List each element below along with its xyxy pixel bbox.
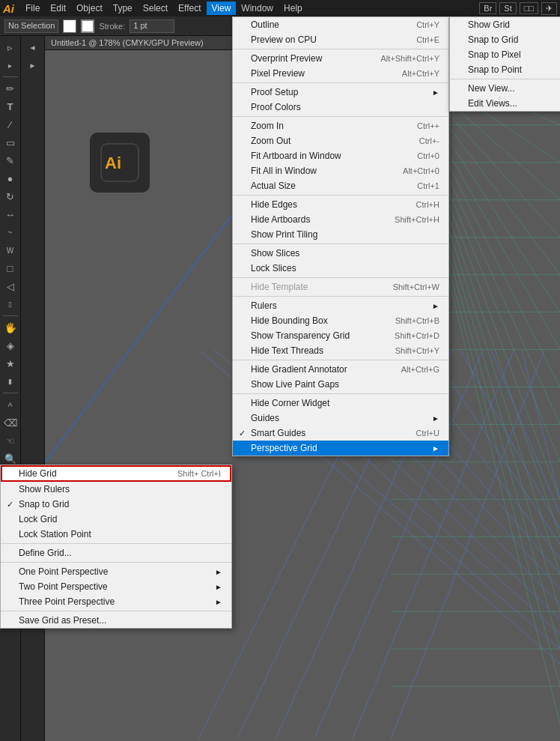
slice-tool[interactable]: ⌫ [2,414,19,431]
ps-snap-to-point-label: Snap to Point [468,64,522,75]
menu-select[interactable]: Select [138,1,173,15]
ls-one-point-perspective[interactable]: One Point Perspective ► [1,564,231,579]
ls-save-grid-preset-label: Save Grid as Preset... [19,615,106,626]
scale-tool[interactable]: ↔ [2,206,19,223]
ps-new-view[interactable]: New View... [450,81,560,96]
shape-builder-tool[interactable]: ◁ [2,278,19,294]
warp-tool[interactable]: ~ [2,224,19,241]
stroke-value[interactable]: 1 pt [130,19,174,33]
direct-selection-tool[interactable]: ▸ [2,57,19,73]
vm-outline[interactable]: Outline Ctrl+Y [233,17,448,32]
selection-dropdown[interactable]: No Selection [4,19,58,33]
menu-effect[interactable]: Effect [173,1,206,15]
free-transform-tool[interactable]: □ [2,260,19,276]
ls-lock-grid[interactable]: Lock Grid [1,512,231,527]
vm-perspective-grid-label: Perspective Grid [251,443,317,453]
vm-fit-all-shortcut: Alt+Ctrl+0 [388,166,439,175]
vm-show-print-tiling-label: Show Print Tiling [251,229,317,240]
symbol-sprayer-tool[interactable]: ★ [2,355,19,372]
vm-preview-cpu[interactable]: Preview on CPU Ctrl+E [233,32,448,47]
selection-tool[interactable]: ▹ [2,39,19,55]
vm-fit-all[interactable]: Fit All in Window Alt+Ctrl+0 [233,163,448,178]
send-btn[interactable]: ✈ [541,2,557,15]
vm-smart-guides[interactable]: ✓ Smart Guides Ctrl+U [233,426,448,441]
brush-tool[interactable]: ✎ [2,152,19,169]
menu-file[interactable]: File [20,1,45,15]
ps-snap-to-grid-shortcut: Shift+Ctrl+" [547,35,560,44]
menu-view[interactable]: View [207,1,237,15]
vm-perspective-grid[interactable]: Perspective Grid ► [233,441,448,456]
width-tool[interactable]: W [2,242,19,258]
tool2-2[interactable]: ► [25,57,41,73]
toolbar-separator-2 [3,315,18,316]
pen-tool[interactable]: ✏ [2,80,19,97]
menu-window[interactable]: Window [236,1,279,15]
vm-hide-text-threads-label: Hide Text Threads [251,345,323,356]
menu-edit[interactable]: Edit [45,1,71,15]
ls-three-point-perspective[interactable]: Three Point Perspective ► [1,594,231,609]
eyedropper-tool[interactable]: 🖐 [2,319,19,336]
vm-hide-template[interactable]: Hide Template Shift+Ctrl+W [233,279,448,294]
line-tool[interactable]: ∕ [2,116,19,133]
ls-hide-grid-shortcut: Shift+ Ctrl+I [162,469,221,478]
vm-hide-gradient-annotator[interactable]: Hide Gradient Annotator Alt+Ctrl+G [233,362,448,377]
ps-snap-to-pixel[interactable]: Snap to Pixel [450,47,560,62]
graph-tool[interactable]: ▮ [2,373,19,390]
fill-swatch[interactable] [63,19,76,33]
vm-show-slices[interactable]: Show Slices [233,246,448,261]
vm-proof-colors[interactable]: Proof Colors [233,100,448,115]
ps-snap-to-point[interactable]: Snap to Point Alt+Ctrl+" [450,62,560,77]
menu-help[interactable]: Help [279,1,308,15]
right-toolbar: ◄ ► [21,36,45,741]
vm-lock-slices[interactable]: Lock Slices [233,261,448,276]
vm-hide-text-threads[interactable]: Hide Text Threads Shift+Ctrl+Y [233,343,448,358]
vm-hide-bounding-box[interactable]: Hide Bounding Box Shift+Ctrl+B [233,313,448,328]
vm-show-live-paint-gaps[interactable]: Show Live Paint Gaps [233,377,448,392]
ls-three-point-perspective-label: Three Point Perspective [19,596,115,607]
vm-guides[interactable]: Guides ► [233,411,448,426]
ls-snap-to-grid[interactable]: ✓ Snap to Grid [1,497,231,512]
vm-hide-artboards[interactable]: Hide Artboards Shift+Ctrl+H [233,212,448,227]
vm-hide-edges-label: Hide Edges [251,199,297,210]
vm-actual-size[interactable]: Actual Size Ctrl+1 [233,178,448,193]
vm-pixel-preview[interactable]: Pixel Preview Alt+Ctrl+Y [233,66,448,81]
stock-btn[interactable]: St [499,2,516,14]
type-tool[interactable]: T [2,98,19,115]
blend-tool[interactable]: ◈ [2,337,19,354]
ls-two-point-perspective[interactable]: Two Point Perspective ► [1,579,231,594]
vm-sep-1 [233,49,448,49]
ls-hide-grid[interactable]: Hide Grid Shift+ Ctrl+I [1,465,231,482]
vm-proof-setup[interactable]: Proof Setup ► [233,85,448,100]
vm-show-print-tiling[interactable]: Show Print Tiling [233,227,448,242]
vm-zoom-in[interactable]: Zoom In Ctrl++ [233,118,448,133]
vm-fit-artboard[interactable]: Fit Artboard in Window Ctrl+0 [233,148,448,163]
menu-object[interactable]: Object [71,1,108,15]
blob-brush-tool[interactable]: ● [2,170,19,187]
perspective-tool[interactable]: ▯ [2,296,19,312]
vm-guides-arrow: ► [432,414,439,423]
ps-edit-views[interactable]: Edit Views... [450,96,560,111]
vm-preview-cpu-label: Preview on CPU [251,34,317,45]
rotate-tool[interactable]: ↻ [2,188,19,205]
ls-save-grid-preset[interactable]: Save Grid as Preset... [1,613,231,628]
ls-define-grid[interactable]: Define Grid... [1,545,231,560]
stroke-swatch[interactable] [81,19,94,33]
ps-show-grid[interactable]: Show Grid Ctrl+" [450,17,560,32]
hand-tool[interactable]: ☜ [2,432,19,449]
bridge-btn[interactable]: Br [479,2,496,14]
vm-hide-corner-widget[interactable]: Hide Corner Widget [233,396,448,411]
ps-snap-to-grid[interactable]: Snap to Grid Shift+Ctrl+" [450,32,560,47]
tool2-1[interactable]: ◄ [25,39,41,55]
cc-btn[interactable]: □□ [520,2,538,14]
ls-lock-station-point[interactable]: Lock Station Point [1,527,231,542]
rect-tool[interactable]: ▭ [2,134,19,151]
artboard-tool[interactable]: A [2,396,19,413]
vm-sep-9 [233,393,448,394]
ls-show-rulers[interactable]: Show Rulers [1,482,231,497]
vm-zoom-out[interactable]: Zoom Out Ctrl+- [233,133,448,148]
vm-hide-edges[interactable]: Hide Edges Ctrl+H [233,197,448,212]
vm-rulers[interactable]: Rulers ► [233,298,448,313]
menu-type[interactable]: Type [108,1,138,15]
vm-show-transparency-grid[interactable]: Show Transparency Grid Shift+Ctrl+D [233,328,448,343]
vm-overprint[interactable]: Overprint Preview Alt+Shift+Ctrl+Y [233,51,448,66]
